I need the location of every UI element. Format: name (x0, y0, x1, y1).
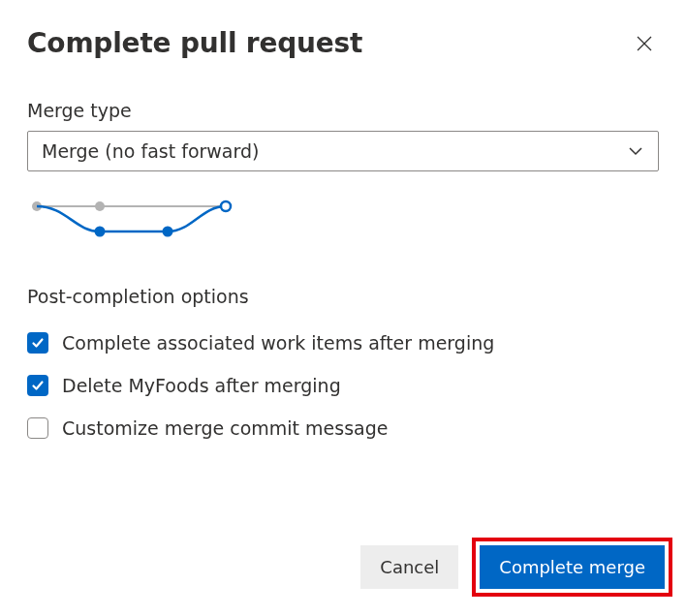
highlight-annotation: Complete merge (472, 538, 672, 597)
merge-type-value: Merge (no fast forward) (42, 140, 259, 162)
close-button[interactable] (630, 29, 659, 58)
close-icon (636, 35, 653, 52)
option-label: Delete MyFoods after merging (62, 375, 341, 396)
dialog-title: Complete pull request (27, 27, 362, 59)
merge-type-select[interactable]: Merge (no fast forward) (27, 131, 659, 171)
svg-point-5 (95, 227, 106, 237)
complete-merge-button[interactable]: Complete merge (480, 545, 665, 589)
option-label: Customize merge commit message (62, 417, 388, 439)
svg-point-7 (221, 201, 231, 211)
option-label: Complete associated work items after mer… (62, 332, 494, 354)
svg-point-6 (163, 227, 173, 237)
option-delete-branch[interactable]: Delete MyFoods after merging (27, 375, 659, 396)
check-icon (31, 379, 45, 392)
cancel-button[interactable]: Cancel (360, 545, 458, 589)
option-customize-message[interactable]: Customize merge commit message (27, 417, 659, 439)
post-completion-heading: Post-completion options (27, 286, 659, 307)
checkbox-delete-branch[interactable] (27, 375, 48, 396)
option-complete-work-items[interactable]: Complete associated work items after mer… (27, 332, 659, 354)
chevron-down-icon (627, 142, 644, 160)
merge-type-label: Merge type (27, 100, 659, 121)
merge-graph (27, 195, 659, 247)
check-icon (31, 336, 45, 350)
checkbox-customize-message[interactable] (27, 417, 48, 439)
checkbox-complete-work-items[interactable] (27, 332, 48, 354)
svg-point-4 (95, 201, 105, 211)
